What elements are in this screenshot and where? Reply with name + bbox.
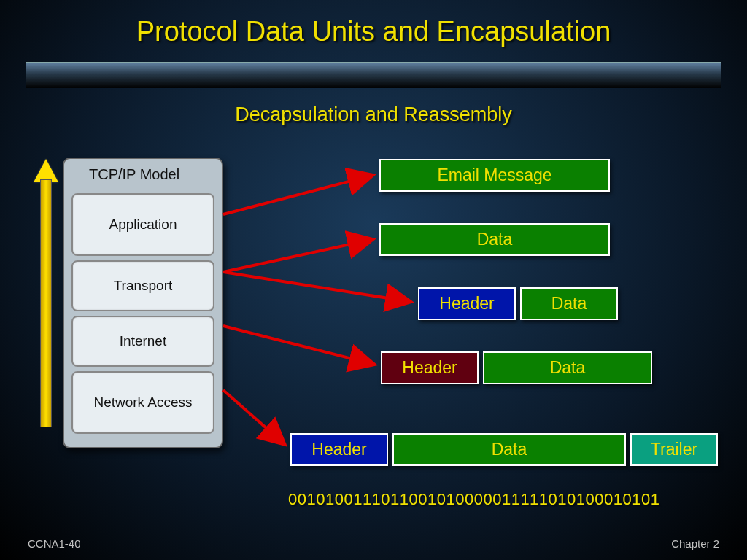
pdu-net-data: Data: [483, 351, 652, 384]
slide-title: Protocol Data Units and Encapsulation: [0, 0, 747, 47]
layer-internet: Internet: [71, 316, 214, 367]
decapsulation-arrow-icon: [35, 159, 57, 429]
svg-line-2: [223, 272, 411, 302]
pdu-transport-segment: Header Data: [418, 287, 618, 320]
pdu-internet-packet: Header Data: [381, 351, 652, 384]
layer-application: Application: [71, 193, 214, 256]
pdu-trans-header: Header: [418, 287, 516, 320]
pdu-frame-trailer: Trailer: [630, 433, 718, 466]
pdu-application: Email Message: [379, 159, 610, 192]
pdu-trans-data-only: Data: [379, 223, 610, 256]
svg-line-1: [223, 239, 374, 272]
footer-right: Chapter 2: [671, 537, 719, 550]
pdu-transport-data-only: Data: [379, 223, 610, 256]
svg-line-3: [223, 326, 375, 365]
layer-network-access: Network Access: [71, 371, 214, 434]
pdu-network-frame: Header Data Trailer: [290, 433, 718, 466]
model-title: TCP/IP Model: [71, 165, 214, 189]
pdu-app-data: Email Message: [379, 159, 610, 192]
layer-transport: Transport: [71, 260, 214, 311]
slide-subtitle: Decapsulation and Reassembly: [0, 104, 747, 126]
pdu-net-header: Header: [381, 351, 479, 384]
bit-stream: 0010100111011001010000011111010100010101: [288, 490, 659, 509]
pdu-trans-data: Data: [520, 287, 618, 320]
title-separator: [26, 62, 721, 88]
pdu-frame-header: Header: [290, 433, 388, 466]
svg-line-4: [223, 390, 285, 445]
tcpip-model-box: TCP/IP Model Application Transport Inter…: [63, 158, 223, 448]
footer-left: CCNA1-40: [28, 537, 81, 550]
svg-line-0: [223, 175, 374, 214]
pdu-frame-data: Data: [392, 433, 626, 466]
